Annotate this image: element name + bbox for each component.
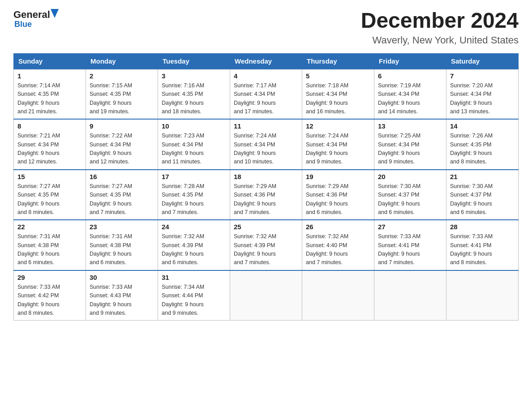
day-number: 9 [90,122,154,130]
calendar-cell: 28 Sunrise: 7:33 AMSunset: 4:41 PMDaylig… [446,220,519,270]
day-info: Sunrise: 7:31 AMSunset: 4:38 PMDaylight:… [90,232,154,267]
day-info: Sunrise: 7:25 AMSunset: 4:34 PMDaylight:… [378,132,442,167]
day-number: 20 [378,173,442,180]
day-number: 14 [450,122,515,130]
day-info: Sunrise: 7:24 AMSunset: 4:34 PMDaylight:… [234,132,298,167]
calendar-cell: 29 Sunrise: 7:33 AMSunset: 4:42 PMDaylig… [14,270,86,321]
calendar-cell: 4 Sunrise: 7:17 AMSunset: 4:34 PMDayligh… [230,69,302,120]
calendar-table: SundayMondayTuesdayWednesdayThursdayFrid… [13,53,519,321]
day-info: Sunrise: 7:27 AMSunset: 4:35 PMDaylight:… [90,182,154,217]
calendar-cell: 3 Sunrise: 7:16 AMSunset: 4:35 PMDayligh… [158,69,230,120]
month-title: December 2024 [361,9,519,33]
day-info: Sunrise: 7:33 AMSunset: 4:43 PMDaylight:… [90,283,154,318]
day-info: Sunrise: 7:20 AMSunset: 4:34 PMDaylight:… [450,81,515,116]
logo-blue-text: Blue [14,20,32,29]
day-number: 28 [450,223,515,231]
day-info: Sunrise: 7:23 AMSunset: 4:34 PMDaylight:… [162,132,226,167]
day-info: Sunrise: 7:33 AMSunset: 4:42 PMDaylight:… [17,283,82,318]
calendar-cell [302,270,374,321]
calendar-cell: 9 Sunrise: 7:22 AMSunset: 4:34 PMDayligh… [86,119,158,170]
logo-general-text: General [13,9,50,21]
calendar-cell: 10 Sunrise: 7:23 AMSunset: 4:34 PMDaylig… [158,119,230,170]
column-header-friday: Friday [374,53,446,69]
day-info: Sunrise: 7:33 AMSunset: 4:41 PMDaylight:… [450,232,515,267]
day-number: 11 [234,122,298,130]
column-header-wednesday: Wednesday [230,53,302,69]
calendar-cell: 11 Sunrise: 7:24 AMSunset: 4:34 PMDaylig… [230,119,302,170]
day-number: 13 [378,122,442,130]
calendar-cell: 13 Sunrise: 7:25 AMSunset: 4:34 PMDaylig… [374,119,446,170]
location-subtitle: Waverly, New York, United States [361,34,519,46]
calendar-cell: 30 Sunrise: 7:33 AMSunset: 4:43 PMDaylig… [86,270,158,321]
day-info: Sunrise: 7:31 AMSunset: 4:38 PMDaylight:… [17,232,82,267]
week-row-5: 29 Sunrise: 7:33 AMSunset: 4:42 PMDaylig… [14,270,519,321]
calendar-cell: 19 Sunrise: 7:29 AMSunset: 4:36 PMDaylig… [302,170,374,220]
calendar-cell: 14 Sunrise: 7:26 AMSunset: 4:35 PMDaylig… [446,119,519,170]
day-number: 3 [162,72,226,80]
calendar-cell: 8 Sunrise: 7:21 AMSunset: 4:34 PMDayligh… [14,119,86,170]
week-row-1: 1 Sunrise: 7:14 AMSunset: 4:35 PMDayligh… [14,69,519,120]
column-header-monday: Monday [86,53,158,69]
calendar-cell: 27 Sunrise: 7:33 AMSunset: 4:41 PMDaylig… [374,220,446,270]
logo: General Blue [13,9,59,29]
day-info: Sunrise: 7:24 AMSunset: 4:34 PMDaylight:… [306,132,370,167]
day-info: Sunrise: 7:18 AMSunset: 4:34 PMDaylight:… [306,81,370,116]
day-number: 15 [17,173,82,180]
calendar-cell: 18 Sunrise: 7:29 AMSunset: 4:36 PMDaylig… [230,170,302,220]
calendar-cell: 31 Sunrise: 7:34 AMSunset: 4:44 PMDaylig… [158,270,230,321]
day-info: Sunrise: 7:29 AMSunset: 4:36 PMDaylight:… [234,182,298,217]
calendar-cell: 16 Sunrise: 7:27 AMSunset: 4:35 PMDaylig… [86,170,158,220]
calendar-cell: 23 Sunrise: 7:31 AMSunset: 4:38 PMDaylig… [86,220,158,270]
logo-triangle-icon [51,9,59,21]
calendar-cell: 25 Sunrise: 7:32 AMSunset: 4:39 PMDaylig… [230,220,302,270]
day-info: Sunrise: 7:17 AMSunset: 4:34 PMDaylight:… [234,81,298,116]
day-number: 21 [450,173,515,180]
week-row-2: 8 Sunrise: 7:21 AMSunset: 4:34 PMDayligh… [14,119,519,170]
column-header-saturday: Saturday [446,53,519,69]
day-info: Sunrise: 7:27 AMSunset: 4:35 PMDaylight:… [17,182,82,217]
calendar-cell: 15 Sunrise: 7:27 AMSunset: 4:35 PMDaylig… [14,170,86,220]
day-number: 5 [306,72,370,80]
day-number: 18 [234,173,298,180]
day-number: 12 [306,122,370,130]
page-header: General Blue December 2024 Waverly, New … [13,9,519,46]
day-number: 1 [17,72,82,80]
calendar-cell: 12 Sunrise: 7:24 AMSunset: 4:34 PMDaylig… [302,119,374,170]
day-info: Sunrise: 7:16 AMSunset: 4:35 PMDaylight:… [162,81,226,116]
calendar-header-row: SundayMondayTuesdayWednesdayThursdayFrid… [14,53,519,69]
day-number: 6 [378,72,442,80]
day-info: Sunrise: 7:19 AMSunset: 4:34 PMDaylight:… [378,81,442,116]
day-number: 17 [162,173,226,180]
week-row-3: 15 Sunrise: 7:27 AMSunset: 4:35 PMDaylig… [14,170,519,220]
day-info: Sunrise: 7:15 AMSunset: 4:35 PMDaylight:… [90,81,154,116]
day-number: 24 [162,223,226,231]
calendar-cell: 22 Sunrise: 7:31 AMSunset: 4:38 PMDaylig… [14,220,86,270]
day-number: 26 [306,223,370,231]
calendar-cell: 5 Sunrise: 7:18 AMSunset: 4:34 PMDayligh… [302,69,374,120]
calendar-cell: 2 Sunrise: 7:15 AMSunset: 4:35 PMDayligh… [86,69,158,120]
calendar-cell: 21 Sunrise: 7:30 AMSunset: 4:37 PMDaylig… [446,170,519,220]
day-number: 31 [162,274,226,281]
day-info: Sunrise: 7:26 AMSunset: 4:35 PMDaylight:… [450,132,515,167]
day-number: 16 [90,173,154,180]
day-info: Sunrise: 7:22 AMSunset: 4:34 PMDaylight:… [90,132,154,167]
day-number: 29 [17,274,82,281]
day-number: 19 [306,173,370,180]
day-info: Sunrise: 7:21 AMSunset: 4:34 PMDaylight:… [17,132,82,167]
day-info: Sunrise: 7:29 AMSunset: 4:36 PMDaylight:… [306,182,370,217]
day-info: Sunrise: 7:30 AMSunset: 4:37 PMDaylight:… [378,182,442,217]
calendar-cell: 6 Sunrise: 7:19 AMSunset: 4:34 PMDayligh… [374,69,446,120]
day-info: Sunrise: 7:28 AMSunset: 4:35 PMDaylight:… [162,182,226,217]
day-number: 8 [17,122,82,130]
calendar-cell: 17 Sunrise: 7:28 AMSunset: 4:35 PMDaylig… [158,170,230,220]
day-number: 7 [450,72,515,80]
day-number: 23 [90,223,154,231]
svg-marker-0 [51,9,59,18]
day-info: Sunrise: 7:32 AMSunset: 4:39 PMDaylight:… [234,232,298,267]
calendar-cell [446,270,519,321]
day-info: Sunrise: 7:14 AMSunset: 4:35 PMDaylight:… [17,81,82,116]
calendar-cell: 7 Sunrise: 7:20 AMSunset: 4:34 PMDayligh… [446,69,519,120]
day-number: 10 [162,122,226,130]
calendar-cell [230,270,302,321]
calendar-cell: 26 Sunrise: 7:32 AMSunset: 4:40 PMDaylig… [302,220,374,270]
